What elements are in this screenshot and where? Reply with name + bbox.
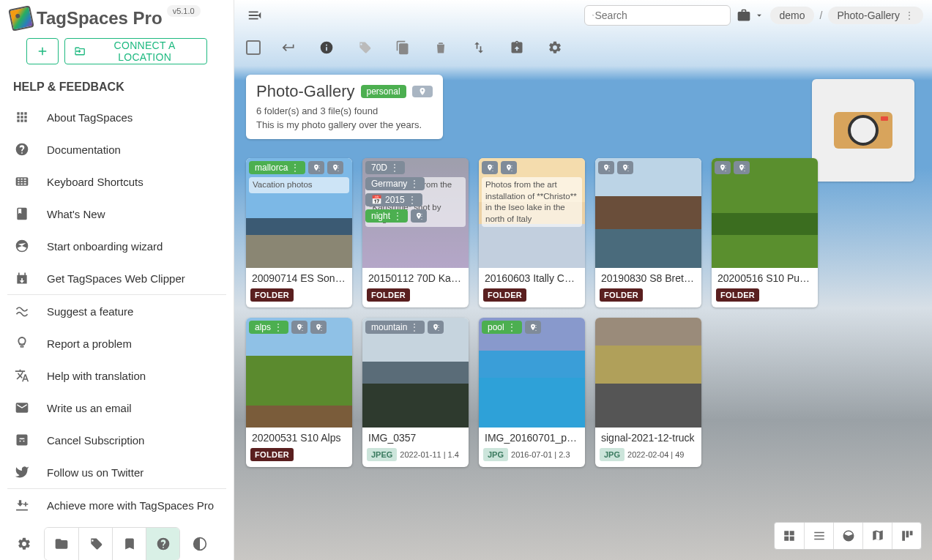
copy-button[interactable] [392,37,413,58]
menu-item-help-with-translation[interactable]: Help with translation [0,359,234,392]
more-chip[interactable] [310,321,327,334]
entry-desc: Vacation photos [249,177,349,193]
tag-chip[interactable]: alps [249,321,288,334]
entry-card[interactable]: mountainIMG_0357JPEG2022-01-11 | 1.4 [362,318,469,467]
menu-item-follow-us-on-twitter[interactable]: Follow us on Twitter [0,456,234,488]
geo-pin-chip[interactable] [715,161,731,174]
folder-title: Photo-Gallery [256,82,355,101]
sort-button[interactable] [469,37,489,58]
folder-badge: FOLDER [716,288,759,302]
import-button[interactable] [507,37,527,58]
menu-item-keyboard-shortcuts[interactable]: Keyboard Shortcuts [0,165,234,198]
entry-card[interactable]: poolIMG_20160701_poolJPG2016-07-01 | 2.3 [479,318,585,467]
entry-title: IMG_0357 [362,428,469,444]
dock-tags-button[interactable] [78,528,112,560]
search-box[interactable] [584,5,731,26]
folder-geo-chip[interactable] [412,86,433,97]
more-chip[interactable] [734,161,750,174]
entry-title: 20200531 S10 Alps [246,428,352,444]
geo-pin-chip[interactable] [411,209,427,223]
entry-title: 20090714 ES Son Serra [246,268,352,284]
theme-toggle-button[interactable] [183,528,217,560]
menu-item-achieve-more-with-tagspaces-pro[interactable]: Achieve more with TagSpaces Pro [0,489,234,521]
menu-label: Get TagSpaces Web Clipper [47,272,185,285]
entry-card[interactable]: alps20200531 S10 AlpsFOLDER [246,318,352,467]
breadcrumb-location[interactable]: demo [770,7,813,24]
settings-button[interactable] [7,528,41,560]
menu-icon [13,496,31,514]
entry-card[interactable]: Photos from the art installation of **Ch… [479,158,585,307]
menu-icon [13,205,31,223]
dock-bookmarks-button[interactable] [112,528,146,560]
menu-label: Report a problem [47,337,132,350]
tag-chip[interactable]: night [365,209,408,223]
folder-badge: FOLDER [250,448,294,461]
entry-card[interactable]: 20200516 S10 PullachFOLDER [712,158,818,307]
entry-card[interactable]: mallorcaVacation photos20090714 ES Son S… [246,158,352,307]
select-all-checkbox[interactable] [246,40,261,55]
menu-item-get-tagspaces-web-clipper[interactable]: Get TagSpaces Web Clipper [0,262,234,294]
geo-pin-chip[interactable] [308,161,324,174]
entry-title: 20150112 70D Karlsruhe [362,268,469,284]
logo-row: TagSpaces Pro v5.1.0 [0,0,234,34]
menu-icon [13,173,31,190]
entry-card[interactable]: signal-2021-12-truckJPG2022-02-04 | 49 [595,318,701,467]
tag-chip[interactable]: 📅 2015 [365,193,422,206]
view-kanban-button[interactable] [892,523,921,549]
more-chip[interactable] [501,161,517,174]
view-switcher [774,522,922,550]
svg-point-1 [19,338,25,344]
menu-item-start-onboarding-wizard[interactable]: Start onboarding wizard [0,230,234,262]
location-chooser[interactable] [737,8,764,23]
view-gallery-button[interactable] [833,523,862,549]
menu-label: Write us an email [47,402,132,414]
delete-button[interactable] [430,37,451,58]
menu-item-cancel-subscription[interactable]: Cancel Subscription [0,424,234,456]
menu-icon [13,463,31,481]
tag-chip[interactable]: 70D [365,161,405,174]
view-list-button[interactable] [804,523,833,549]
geo-pin-chip[interactable] [291,321,307,334]
breadcrumb-current[interactable]: Photo-Gallery ⋮ [828,7,923,24]
menu-icon [13,302,31,320]
menu-icon [13,399,31,417]
add-button[interactable] [26,38,59,64]
menu-item-documentation[interactable]: Documentation [0,133,234,165]
geo-pin-chip[interactable] [598,161,614,174]
dock-locations-button[interactable] [45,528,78,560]
sidebar-collapse-button[interactable] [243,4,266,27]
more-chip[interactable] [327,161,343,174]
search-input[interactable] [594,10,723,21]
geo-pin-chip[interactable] [482,161,498,174]
view-map-button[interactable] [862,523,892,549]
content-area: Photo-Gallery personal 6 folder(s) and 3… [234,64,932,560]
folder-badge: FOLDER [483,288,526,302]
geo-pin-chip[interactable] [525,321,541,334]
menu-icon [13,367,31,384]
tag-chip[interactable]: pool [482,321,522,334]
view-grid-button[interactable] [775,523,804,549]
menu-item-about-tagspaces[interactable]: About TagSpaces [0,101,234,133]
dock-help-button[interactable] [146,528,179,560]
back-button[interactable] [278,37,299,58]
connect-location-button[interactable]: CONNECT A LOCATION [64,38,207,64]
tag-button[interactable] [354,37,375,58]
tag-chip[interactable]: mountain [365,321,425,334]
folder-settings-button[interactable] [545,37,565,58]
menu-item-report-a-problem[interactable]: Report a problem [0,327,234,359]
menu-item-suggest-a-feature[interactable]: Suggest a feature [0,295,234,327]
entry-card[interactable]: 20190830 S8 BretagneFOLDER [595,158,701,307]
info-button[interactable] [316,37,337,58]
menu-item-write-us-an-email[interactable]: Write us an email [0,392,234,424]
entry-card[interactable]: 70DGermany📅 2015nightSome photos from th… [362,158,469,307]
geo-pin-chip[interactable] [428,321,444,334]
tag-chip[interactable]: mallorca [249,161,305,174]
menu-item-what-s-new[interactable]: What's New [0,198,234,230]
entry-title: 20190830 S8 Bretagne [595,268,701,284]
version-badge: v5.1.0 [167,5,201,17]
folder-tag-personal[interactable]: personal [361,85,406,98]
tag-chip[interactable]: Germany [365,177,425,190]
menu-label: What's New [47,208,105,220]
sidebar-top-buttons: CONNECT A LOCATION [0,34,234,73]
more-chip[interactable] [617,161,633,174]
